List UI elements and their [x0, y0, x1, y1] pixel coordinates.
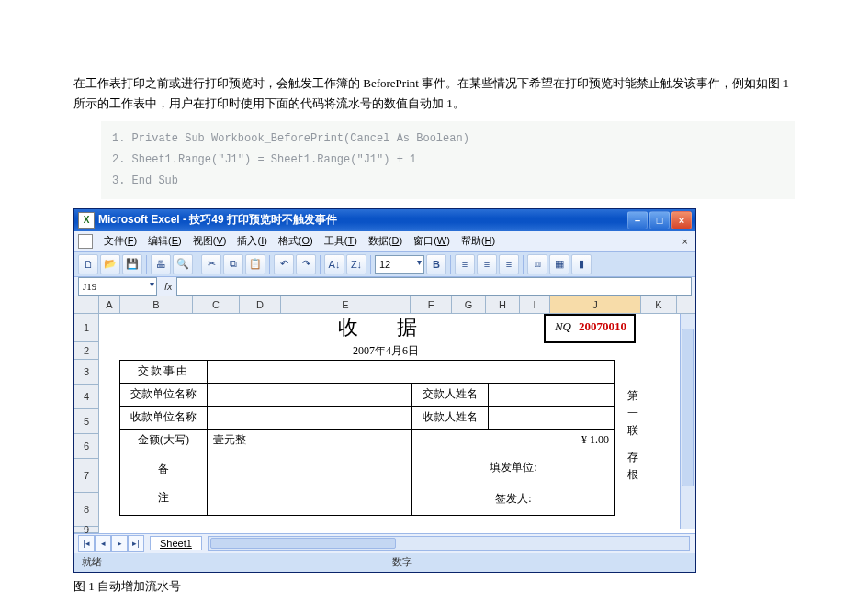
- menu-file[interactable]: 文件(F): [98, 232, 142, 250]
- font-size-dropdown[interactable]: 12: [375, 255, 424, 274]
- row-header[interactable]: 2: [74, 342, 98, 360]
- col-header[interactable]: D: [240, 296, 281, 313]
- tab-nav-first[interactable]: |◂: [78, 535, 95, 552]
- redo-icon[interactable]: ↷: [296, 254, 316, 274]
- col-header-selected[interactable]: J: [550, 296, 641, 313]
- align-left-icon[interactable]: ≡: [455, 254, 475, 274]
- paste-icon[interactable]: 📋: [245, 254, 265, 274]
- merge-cells-icon[interactable]: ⧈: [527, 254, 547, 274]
- col-header[interactable]: A: [99, 296, 120, 313]
- col-header[interactable]: C: [193, 296, 240, 313]
- open-icon[interactable]: 📂: [100, 254, 120, 274]
- fx-icon[interactable]: fx: [164, 281, 173, 292]
- undo-icon[interactable]: ↶: [274, 254, 294, 274]
- horizontal-scrollbar[interactable]: [208, 536, 690, 551]
- cell-remark-label: 备 注: [120, 452, 208, 515]
- tab-nav-prev[interactable]: ◂: [95, 535, 111, 552]
- print-icon[interactable]: 🖶: [151, 254, 171, 274]
- scroll-thumb[interactable]: [682, 329, 694, 486]
- row-header[interactable]: 6: [74, 434, 98, 459]
- receipt-side-label: 第 一 联 存 根: [625, 387, 641, 485]
- receipt-serial: NQ20070010: [555, 319, 626, 334]
- save-icon[interactable]: 💾: [122, 254, 142, 274]
- sheet-tab[interactable]: Sheet1: [150, 536, 202, 550]
- formula-bar: J19 fx: [74, 277, 695, 296]
- cell-payee-name-label: 收款人姓名: [412, 406, 489, 429]
- status-ready: 就绪: [74, 555, 109, 569]
- document-icon: [78, 234, 93, 249]
- col-header[interactable]: F: [411, 296, 452, 313]
- worksheet-grid[interactable]: A B C D E F G H I J K 1 2 3 4: [74, 296, 695, 553]
- cell-payer-name-value: [489, 383, 615, 406]
- cell-amount-cn: 壹元整: [208, 429, 412, 452]
- copy-icon[interactable]: ⧉: [223, 254, 243, 274]
- row-header[interactable]: 4: [74, 385, 98, 409]
- close-button[interactable]: ×: [671, 211, 692, 229]
- sort-desc-icon[interactable]: Z↓: [346, 254, 366, 274]
- row-header[interactable]: 1: [74, 314, 98, 342]
- sort-asc-icon[interactable]: A↓: [324, 254, 344, 274]
- scroll-thumb[interactable]: [210, 538, 396, 549]
- cell-amount-label: 金额(大写): [120, 429, 208, 452]
- menu-format[interactable]: 格式(O): [273, 232, 319, 250]
- formula-input[interactable]: [176, 277, 692, 296]
- code-block: 1. Private Sub Workbook_BeforePrint(Canc…: [101, 121, 795, 198]
- col-header[interactable]: G: [452, 296, 486, 313]
- menu-edit[interactable]: 编辑(E): [142, 232, 187, 250]
- cell-payer-org-label: 交款单位名称: [120, 383, 208, 406]
- cell-amount-num: ¥ 1.00: [412, 429, 615, 452]
- menu-tools[interactable]: 工具(T): [319, 232, 363, 250]
- remark-char2: 注: [126, 490, 201, 506]
- print-preview-icon[interactable]: 🔍: [173, 254, 193, 274]
- select-all-corner[interactable]: [74, 296, 99, 313]
- borders-icon[interactable]: ▦: [549, 254, 569, 274]
- col-header[interactable]: K: [641, 296, 677, 313]
- cell-payer-name-label: 交款人姓名: [412, 383, 489, 406]
- cell-signer-label: 签发人:: [412, 484, 615, 516]
- toolbar: 🗋 📂 💾 🖶 🔍 ✂ ⧉ 📋 ↶ ↷ A↓ Z↓ 12 B ≡ ≡ ≡ ⧈: [74, 252, 695, 277]
- align-right-icon[interactable]: ≡: [499, 254, 519, 274]
- cut-icon[interactable]: ✂: [201, 254, 221, 274]
- new-icon[interactable]: 🗋: [78, 254, 98, 274]
- row-header[interactable]: 7: [74, 459, 98, 493]
- fill-color-icon[interactable]: ▮: [571, 254, 592, 274]
- row-header[interactable]: 5: [74, 409, 98, 434]
- menu-help[interactable]: 帮助(H): [456, 232, 501, 250]
- col-header[interactable]: E: [281, 296, 411, 313]
- menu-window[interactable]: 窗口(W): [408, 232, 456, 250]
- remark-char1: 备: [126, 462, 201, 477]
- cell-payee-org-label: 收款单位名称: [120, 406, 208, 429]
- receipt-area: 收 据 2007年4月6日 NQ20070010: [119, 314, 652, 359]
- align-center-icon[interactable]: ≡: [477, 254, 497, 274]
- name-box[interactable]: J19: [78, 277, 157, 296]
- col-header[interactable]: I: [520, 296, 550, 313]
- menu-data[interactable]: 数据(D): [363, 232, 408, 250]
- row-header[interactable]: 3: [74, 360, 98, 385]
- figure-caption: 图 1 自动增加流水号: [73, 578, 795, 595]
- titlebar: X Microsoft Excel - 技巧49 打印预览时不触发事件 – □ …: [74, 209, 695, 231]
- cell-remark-value: [208, 452, 412, 515]
- menu-view[interactable]: 视图(V): [187, 232, 232, 250]
- status-mode: 数字: [385, 555, 420, 569]
- window-title: Microsoft Excel - 技巧49 打印预览时不触发事件: [98, 212, 627, 228]
- sheet-tab-bar: |◂ ◂ ▸ ▸| Sheet1: [74, 533, 695, 553]
- menu-insert[interactable]: 插入(I): [231, 232, 272, 250]
- receipt-table: 交款事由 交款单位名称 交款人姓名 收款单位名称: [119, 360, 615, 516]
- receipt-date: 2007年4月6日: [119, 343, 652, 359]
- col-header[interactable]: B: [120, 296, 193, 313]
- tab-nav-last[interactable]: ▸|: [128, 535, 144, 552]
- bold-button[interactable]: B: [426, 254, 446, 274]
- mdi-close-button[interactable]: ×: [679, 236, 692, 247]
- vertical-scrollbar[interactable]: [680, 314, 695, 529]
- cell-payee-name-value: [489, 406, 615, 429]
- nq-value: 20070010: [579, 319, 626, 333]
- maximize-button[interactable]: □: [649, 211, 670, 229]
- minimize-button[interactable]: –: [627, 211, 648, 229]
- row-header[interactable]: 8: [74, 493, 98, 527]
- tab-nav-next[interactable]: ▸: [111, 535, 128, 552]
- menubar: 文件(F) 编辑(E) 视图(V) 插入(I) 格式(O) 工具(T) 数据(D…: [74, 231, 695, 252]
- row-header[interactable]: 9: [74, 527, 98, 533]
- col-header[interactable]: H: [486, 296, 520, 313]
- intro-paragraph: 在工作表打印之前或进行打印预览时，会触发工作簿的 BeforePrint 事件。…: [73, 73, 795, 114]
- code-line: 3. End Sub: [112, 171, 783, 192]
